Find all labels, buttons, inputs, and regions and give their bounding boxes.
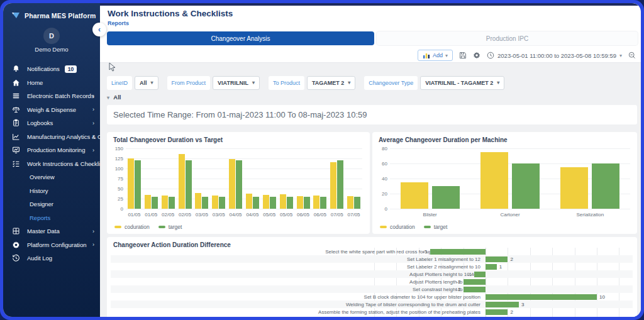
filter-value: All <box>140 77 147 89</box>
y-tick-label: 20 <box>372 191 387 197</box>
x-tick-label: 07/05 <box>328 212 345 218</box>
bar-target[interactable] <box>354 197 360 209</box>
chevron-right-icon: › <box>92 228 94 234</box>
bar-coduration[interactable] <box>145 195 151 209</box>
bar-target[interactable] <box>512 163 540 209</box>
gear-icon[interactable] <box>473 52 480 59</box>
bar-duration-diff[interactable] <box>430 249 486 255</box>
bar-coduration[interactable] <box>347 196 353 209</box>
bar-coduration[interactable] <box>401 182 428 209</box>
sidebar-item-audit-log[interactable]: Audit Log <box>3 251 100 265</box>
bar-target[interactable] <box>219 197 225 209</box>
chart-line-icon <box>12 133 20 141</box>
legend-item-coduration[interactable]: coduration <box>380 224 415 230</box>
zoom-out-icon[interactable] <box>628 52 636 59</box>
sidebar-item-notifications[interactable]: Notifications10 <box>3 62 100 76</box>
bar-coduration[interactable] <box>162 196 168 209</box>
save-icon[interactable] <box>459 52 467 59</box>
bar-coduration[interactable] <box>480 152 508 209</box>
bar-coduration[interactable] <box>560 167 588 209</box>
bar-target[interactable] <box>186 160 192 209</box>
filter-select-changeover-type[interactable]: VIATRILNIL - TAGAMET 2▾ <box>420 76 504 90</box>
bar-coduration[interactable] <box>263 195 269 209</box>
bar-coduration[interactable] <box>280 194 286 209</box>
sidebar-item-work-instructions-checklists[interactable]: Work Instructions & Checklists⌄ <box>3 157 100 171</box>
legend-swatch <box>158 226 165 228</box>
avatar[interactable]: D <box>43 28 60 44</box>
gridline <box>126 179 362 179</box>
sidebar: Pharma MES Platform D Demo Demo Notifica… <box>3 3 100 317</box>
bar-target[interactable] <box>304 197 310 209</box>
bar-coduration[interactable] <box>330 162 336 209</box>
bar-coduration[interactable] <box>212 196 218 209</box>
bar-target[interactable] <box>202 197 208 209</box>
sidebar-collapse-button[interactable]: ‹ <box>92 23 106 36</box>
sidebar-item-master-data[interactable]: Master Data› <box>3 224 100 238</box>
bar-target[interactable] <box>432 186 460 209</box>
bar-duration-diff[interactable] <box>486 309 508 315</box>
bar-coduration[interactable] <box>313 196 319 209</box>
bar-duration-diff[interactable] <box>486 257 508 262</box>
app-container: Pharma MES Platform D Demo Demo Notifica… <box>3 3 641 317</box>
bar-coduration[interactable] <box>246 194 252 209</box>
sidebar-item-home[interactable]: Home <box>3 76 100 90</box>
sidebar-item-logbooks[interactable]: Logbooks› <box>3 116 100 130</box>
bar-duration-diff[interactable] <box>486 302 519 307</box>
sidebar-item-platform-configuration[interactable]: Platform Configuration› <box>3 238 100 252</box>
home-icon <box>12 79 20 87</box>
gear-icon <box>12 241 20 249</box>
sidebar-subitem-history[interactable]: History <box>3 184 100 198</box>
bar-coduration[interactable] <box>297 196 303 209</box>
sidebar-subitem-overview[interactable]: Overview <box>3 170 100 184</box>
filter-select-to-product[interactable]: TAGAMET 2▾ <box>307 76 355 90</box>
chevron-right-icon: › <box>92 120 94 126</box>
collapse-all-toggle[interactable]: ▾ All <box>107 94 121 101</box>
sidebar-item-production-monitoring[interactable]: Production Monitoring› <box>3 143 100 157</box>
bar-coduration[interactable] <box>229 159 235 209</box>
bar-coduration[interactable] <box>195 193 201 209</box>
sidebar-subitem-designer[interactable]: Designer <box>3 197 100 211</box>
bar-coduration[interactable] <box>128 158 134 209</box>
app-name: Pharma MES Platform <box>25 12 96 19</box>
date-range-text: 2023-05-01 11:00:00 to 2023-05-08 10:59:… <box>497 52 616 59</box>
legend-item-coduration[interactable]: coduration <box>114 224 150 230</box>
bar-duration-diff[interactable] <box>464 279 486 285</box>
sidebar-subitem-reports[interactable]: Reports <box>3 211 100 225</box>
bar-duration-diff[interactable] <box>486 264 497 270</box>
bar-target[interactable] <box>236 160 242 209</box>
legend-item-target[interactable]: target <box>424 224 448 230</box>
bar-coduration[interactable] <box>179 154 185 209</box>
bar-target[interactable] <box>135 160 141 209</box>
gridline <box>126 168 362 169</box>
sidebar-item-manufacturing-analytics-oee[interactable]: Manufacturing Analytics & OEE› <box>3 130 100 144</box>
bar-duration-diff[interactable] <box>464 287 486 292</box>
date-range-picker[interactable]: 2023-05-01 11:00:00 to 2023-05-08 10:59:… <box>487 52 622 59</box>
legend-item-target[interactable]: target <box>158 224 182 230</box>
chart-row: Assemble the forming station, adjust the… <box>111 308 633 316</box>
bar-duration-diff[interactable] <box>486 294 597 300</box>
tab-changeover-analysis[interactable]: Changeover Analysis <box>107 31 374 45</box>
chart-legend: codurationtarget <box>114 224 182 230</box>
legend-label: coduration <box>125 224 150 230</box>
x-tick-label: Serialization <box>550 212 630 218</box>
sidebar-item-weigh-dispense[interactable]: Weigh & Dispense› <box>3 103 100 117</box>
filter-select-from-product[interactable]: VIATRILNIL▾ <box>213 76 260 90</box>
main-area: ‹ Work Instructions & Checklists Reports… <box>100 3 641 317</box>
bar-target[interactable] <box>592 163 619 209</box>
bar-duration-diff[interactable] <box>474 272 486 277</box>
bar-target[interactable] <box>287 197 293 209</box>
bar-target[interactable] <box>320 197 326 209</box>
bar-target[interactable] <box>169 197 175 209</box>
tab-production-ipc[interactable]: Production IPC <box>377 31 638 45</box>
checklist-icon <box>12 160 20 168</box>
filter-select-lineid[interactable]: All▾ <box>135 76 158 90</box>
sidebar-item-electronic-batch-records[interactable]: Electronic Batch Records› <box>3 89 100 103</box>
bar-target[interactable] <box>337 160 343 209</box>
bar-target[interactable] <box>253 197 259 209</box>
toolbar: Add ▾ 2023-05-01 11:00:00 to 2023-05-08 … <box>100 48 641 63</box>
bar-target[interactable] <box>152 197 158 209</box>
add-button[interactable]: Add ▾ <box>418 50 453 61</box>
bar-target[interactable] <box>270 197 276 209</box>
x-tick-label: 04/05 <box>227 212 244 218</box>
chart-row: Set Labeler 2 misalignment to 101 <box>111 263 633 270</box>
